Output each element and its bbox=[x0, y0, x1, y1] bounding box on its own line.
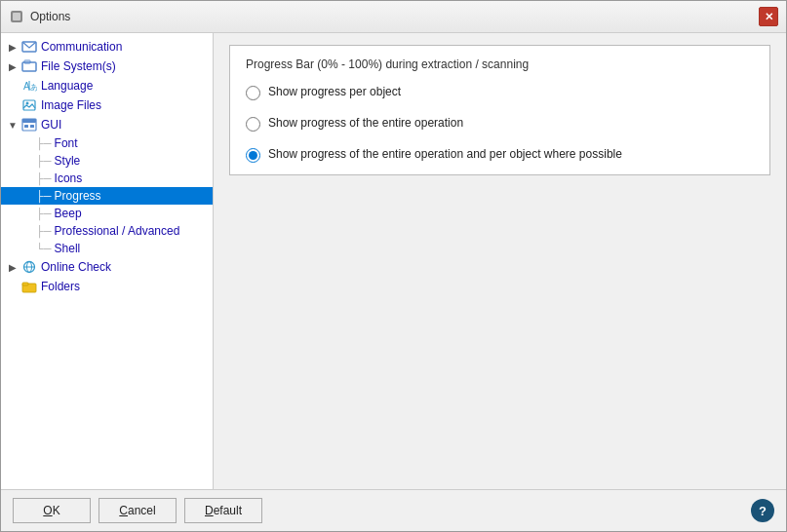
connector-progress: ├─ bbox=[36, 190, 52, 202]
expand-arrow-onlinecheck: ▶ bbox=[5, 262, 20, 273]
professional-label: Professional / Advanced bbox=[55, 224, 180, 238]
sidebar: ▶ Communication ▶ File bbox=[1, 33, 214, 489]
sidebar-item-onlinecheck[interactable]: ▶ Online Check bbox=[1, 257, 213, 277]
section-title: Progress Bar (0% - 100%) during extracti… bbox=[246, 57, 754, 71]
radio-group: Show progress per object Show progress o… bbox=[246, 85, 754, 163]
connector-font: ├─ bbox=[36, 137, 52, 149]
radio-label-per-object: Show progress per object bbox=[268, 85, 401, 98]
sidebar-item-beep[interactable]: ├─ Beep bbox=[1, 205, 213, 222]
radio-item-both[interactable]: Show progress of the entire operation an… bbox=[246, 147, 754, 163]
sidebar-item-icons[interactable]: ├─ Icons bbox=[1, 170, 213, 187]
gui-label: GUI bbox=[41, 118, 61, 132]
sidebar-item-communication[interactable]: ▶ Communication bbox=[1, 37, 213, 57]
expand-arrow-filesystem: ▶ bbox=[5, 61, 20, 72]
default-button[interactable]: Default bbox=[184, 498, 262, 523]
expand-arrow-communication: ▶ bbox=[5, 42, 20, 53]
radio-item-per-object[interactable]: Show progress per object bbox=[246, 85, 754, 100]
imagefiles-label: Image Files bbox=[41, 98, 101, 112]
language-icon: A あ bbox=[20, 78, 38, 94]
communication-icon bbox=[20, 39, 38, 55]
sidebar-item-progress[interactable]: ├─ Progress bbox=[1, 187, 213, 205]
section-box: Progress Bar (0% - 100%) during extracti… bbox=[229, 45, 770, 175]
style-label: Style bbox=[55, 154, 81, 168]
beep-label: Beep bbox=[55, 207, 82, 220]
radio-label-entire-op: Show progress of the entire operation bbox=[268, 116, 463, 130]
sidebar-item-shell[interactable]: └─ Shell bbox=[1, 240, 213, 257]
main-panel: Progress Bar (0% - 100%) during extracti… bbox=[214, 33, 786, 489]
svg-rect-18 bbox=[22, 283, 28, 285]
svg-rect-12 bbox=[24, 125, 28, 128]
icons-label: Icons bbox=[55, 171, 83, 185]
close-button[interactable]: ✕ bbox=[759, 7, 778, 26]
svg-text:あ: あ bbox=[30, 83, 37, 92]
onlinecheck-icon bbox=[20, 259, 38, 275]
bottom-bar: OK Cancel Default ? bbox=[1, 489, 786, 531]
connector-professional: ├─ bbox=[36, 225, 52, 237]
sidebar-item-imagefiles[interactable]: ▶ Image Files bbox=[1, 95, 213, 115]
title-bar-left: Options bbox=[9, 9, 70, 24]
font-label: Font bbox=[55, 136, 78, 150]
expand-spacer-imagefiles: ▶ bbox=[5, 100, 20, 111]
radio-label-both: Show progress of the entire operation an… bbox=[268, 147, 622, 161]
radio-per-object[interactable] bbox=[246, 86, 260, 100]
connector-style: ├─ bbox=[36, 155, 52, 167]
svg-rect-1 bbox=[13, 13, 20, 20]
svg-rect-13 bbox=[30, 125, 34, 128]
svg-point-9 bbox=[26, 102, 29, 105]
ok-button[interactable]: OK bbox=[13, 498, 91, 523]
dialog-icon bbox=[9, 9, 24, 24]
dialog-title: Options bbox=[30, 10, 70, 23]
connector-shell: └─ bbox=[36, 243, 52, 254]
radio-entire-op[interactable] bbox=[246, 117, 260, 132]
sidebar-item-language[interactable]: ▶ A あ Language bbox=[1, 76, 213, 95]
folders-icon bbox=[20, 279, 38, 294]
sidebar-item-professional[interactable]: ├─ Professional / Advanced bbox=[1, 222, 213, 240]
filesystem-label: File System(s) bbox=[41, 59, 116, 73]
radio-item-entire-op[interactable]: Show progress of the entire operation bbox=[246, 116, 754, 132]
content-area: ▶ Communication ▶ File bbox=[1, 33, 786, 489]
sidebar-item-filesystem[interactable]: ▶ File System(s) bbox=[1, 57, 213, 76]
connector-icons: ├─ bbox=[36, 172, 52, 184]
sidebar-item-folders[interactable]: ▶ Folders bbox=[1, 277, 213, 296]
communication-label: Communication bbox=[41, 40, 122, 54]
shell-label: Shell bbox=[55, 242, 81, 255]
title-bar: Options ✕ bbox=[1, 1, 786, 33]
onlinecheck-label: Online Check bbox=[41, 260, 111, 274]
options-dialog: Options ✕ ▶ Communication ▶ bbox=[0, 0, 787, 532]
radio-both[interactable] bbox=[246, 148, 260, 163]
svg-rect-11 bbox=[22, 119, 36, 123]
language-label: Language bbox=[41, 79, 93, 93]
sidebar-item-gui[interactable]: ▼ GUI bbox=[1, 115, 213, 134]
expand-spacer-folders: ▶ bbox=[5, 282, 20, 292]
filesystem-icon bbox=[20, 58, 38, 74]
folders-label: Folders bbox=[41, 280, 80, 293]
gui-icon bbox=[20, 117, 38, 133]
help-button[interactable]: ? bbox=[751, 499, 774, 522]
sidebar-item-font[interactable]: ├─ Font bbox=[1, 134, 213, 152]
imagefiles-icon bbox=[20, 97, 38, 113]
sidebar-item-style[interactable]: ├─ Style bbox=[1, 152, 213, 170]
cancel-button[interactable]: Cancel bbox=[98, 498, 177, 523]
expand-spacer-language: ▶ bbox=[5, 81, 20, 92]
progress-label: Progress bbox=[55, 189, 101, 203]
connector-beep: ├─ bbox=[36, 208, 52, 219]
expand-arrow-gui: ▼ bbox=[5, 120, 20, 131]
